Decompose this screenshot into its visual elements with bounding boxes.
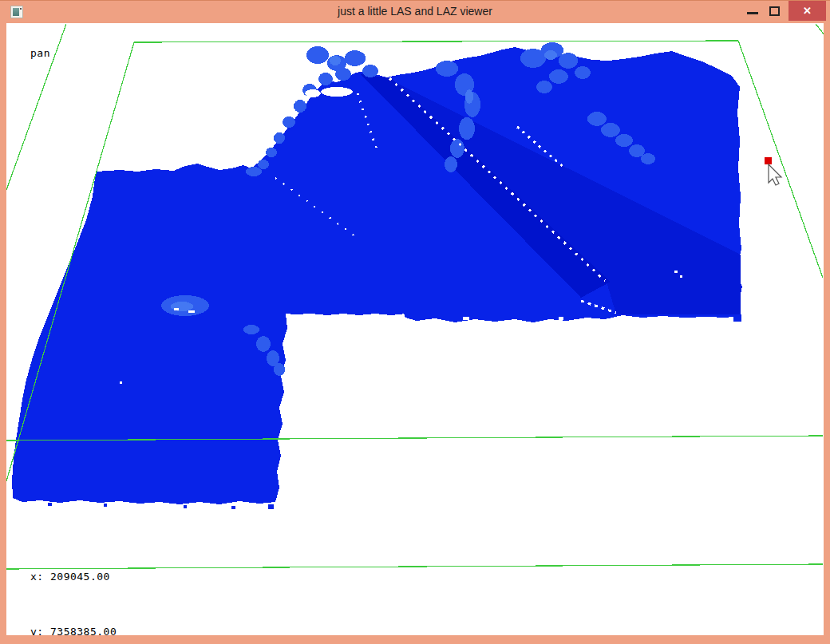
pick-marker-icon <box>765 157 772 164</box>
arrow-cursor-icon <box>769 164 781 185</box>
interaction-mode-label: pan <box>30 47 50 59</box>
title-bar[interactable]: just a little LAS and LAZ viewer ✕ <box>0 1 830 23</box>
cursor <box>765 157 781 185</box>
status-x: x: 209045.00 <box>30 567 296 586</box>
viewport-canvas[interactable]: pan x: 209045.00 y: 7358385.00 z: 388.55… <box>6 23 824 635</box>
close-button[interactable]: ✕ <box>788 1 826 21</box>
point-cloud <box>12 42 742 509</box>
status-y: y: 7358385.00 <box>30 622 296 635</box>
minimize-button[interactable] <box>747 12 758 14</box>
maximize-button[interactable] <box>769 6 780 16</box>
window-title: just a little LAS and LAZ viewer <box>0 1 830 23</box>
status-readout: x: 209045.00 y: 7358385.00 z: 388.55 int… <box>30 531 296 635</box>
app-window: just a little LAS and LAZ viewer ✕ <box>0 0 830 644</box>
